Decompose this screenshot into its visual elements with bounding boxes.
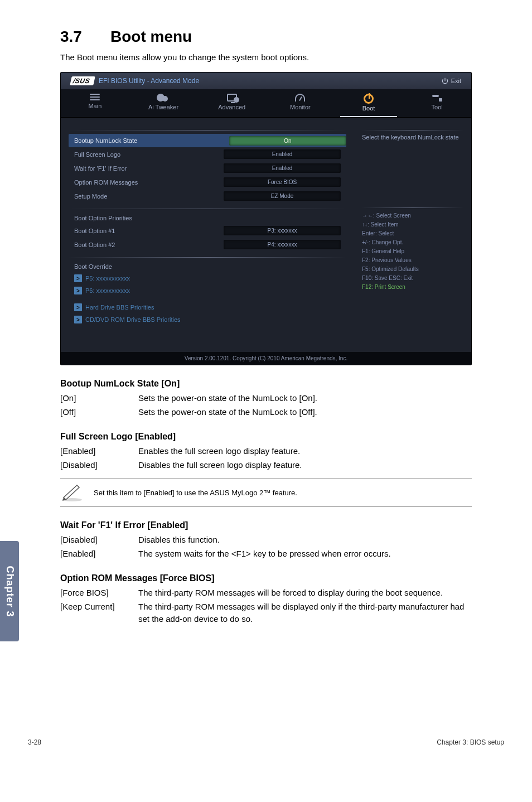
boot-priorities-header: Boot Option Priorities (69, 212, 346, 224)
bootopt1-label: Boot Option #1 (74, 228, 224, 234)
monitor-gear-icon (227, 94, 237, 102)
opt-val: Disables this function. (138, 534, 220, 547)
exit-label: Exit (451, 78, 461, 84)
clouds-icon (157, 94, 170, 102)
override-p5[interactable]: >P5: xxxxxxxxxxx (69, 272, 346, 284)
key-hint: +/-: Change Opt. (362, 238, 463, 247)
tab-boot-label: Boot (362, 105, 375, 112)
numlock-value[interactable]: On (229, 136, 346, 146)
override-cddvd[interactable]: >CD/DVD ROM Drive BBS Priorities (69, 313, 346, 326)
boot-override-header: Boot Override (69, 261, 346, 272)
optionrom-value[interactable]: Force BIOS (224, 177, 341, 187)
note-text: Set this item to [Enabled] to use the AS… (94, 489, 297, 497)
tab-main-label: Main (88, 103, 101, 109)
key-hints: →←: Select Screen ↑↓: Select Item Enter:… (362, 211, 463, 292)
pencil-icon (60, 483, 84, 502)
tab-tool[interactable]: Tool (403, 89, 471, 117)
opt-key: [Enabled] (60, 548, 138, 561)
key-hint: F2: Previous Values (362, 256, 463, 265)
page-footer: 3-28 Chapter 3: BIOS setup (0, 738, 532, 757)
tab-ai-tweaker[interactable]: Ai Tweaker (129, 89, 198, 117)
gauge-icon (295, 94, 305, 102)
override-p6-label: P6: xxxxxxxxxxx (85, 287, 130, 294)
tab-monitor[interactable]: Monitor (266, 89, 335, 117)
bios-tabs: Main Ai Tweaker Advanced Monitor Boot To… (61, 89, 471, 118)
key-hint: F5: Optimized Defaults (362, 265, 463, 274)
bios-right-panel: Select the keyboard NumLock state →←: Se… (354, 118, 471, 352)
opt-key: [Off] (60, 406, 138, 419)
opt-val: Disables the full screen logo display fe… (138, 459, 302, 472)
row-setup-mode[interactable]: Setup Mode EZ Mode (69, 189, 346, 203)
opt-val: Sets the power-on state of the NumLock t… (138, 406, 317, 419)
chapter-side-label: Chapter 3 (4, 566, 16, 617)
arrow-icon: > (74, 274, 82, 282)
key-hint: F10: Save ESC: Exit (362, 274, 463, 283)
help-text: Select the keyboard NumLock state (362, 134, 463, 141)
bios-left-panel: Bootup NumLock State On Full Screen Logo… (61, 118, 354, 352)
key-hint-print: F12: Print Screen (362, 283, 463, 292)
bootopt2-label: Boot Option #2 (74, 241, 224, 248)
override-hard-drive[interactable]: >Hard Drive BBS Priorities (69, 301, 346, 313)
tab-ai-label: Ai Tweaker (148, 104, 178, 110)
key-hint: Enter: Select (362, 229, 463, 238)
list-icon (90, 94, 100, 100)
bios-footer: Version 2.00.1201. Copyright (C) 2010 Am… (61, 352, 471, 365)
bios-window: /SUS EFI BIOS Utility - Advanced Mode Ex… (60, 72, 472, 365)
exit-icon (441, 77, 449, 85)
opt-key: [Keep Current] (60, 601, 138, 626)
optionrom-label: Option ROM Messages (74, 179, 224, 186)
waitf1-value[interactable]: Enabled (224, 163, 341, 173)
row-boot-option-2[interactable]: Boot Option #2 P4: xxxxxxx (69, 238, 346, 252)
power-icon (364, 94, 374, 104)
setupmode-value[interactable]: EZ Mode (224, 191, 341, 201)
tab-tool-label: Tool (432, 104, 443, 110)
note-box: Set this item to [Enabled] to use the AS… (60, 478, 472, 507)
exit-button[interactable]: Exit (441, 77, 461, 85)
section-optionrom-title: Option ROM Messages [Force BIOS] (60, 573, 472, 583)
opt-val: Sets the power-on state of the NumLock t… (138, 392, 317, 405)
row-boot-option-1[interactable]: Boot Option #1 P3: xxxxxxx (69, 224, 346, 238)
chapter-side-tab: Chapter 3 (0, 541, 19, 641)
override-p6[interactable]: >P6: xxxxxxxxxxx (69, 284, 346, 297)
tab-advanced-label: Advanced (218, 104, 245, 110)
override-cd-label: CD/DVD ROM Drive BBS Priorities (85, 316, 181, 323)
arrow-icon: > (74, 303, 82, 311)
setupmode-label: Setup Mode (74, 193, 224, 200)
opt-key: [On] (60, 392, 138, 405)
section-fullscreen-title: Full Screen Logo [Enabled] (60, 432, 472, 442)
row-wait-f1[interactable]: Wait for 'F1' If Error Enabled (69, 161, 346, 175)
tab-advanced[interactable]: Advanced (197, 89, 266, 117)
bios-title: EFI BIOS Utility - Advanced Mode (99, 77, 199, 85)
opt-key: [Force BIOS] (60, 587, 138, 600)
opt-key: [Enabled] (60, 445, 138, 458)
key-hint: ↑↓: Select Item (362, 220, 463, 229)
heading-number: 3.7 (60, 28, 110, 46)
override-p5-label: P5: xxxxxxxxxxx (85, 275, 130, 282)
heading-title: Boot menu (110, 28, 192, 45)
tab-boot[interactable]: Boot (335, 89, 403, 117)
footer-right: Chapter 3: BIOS setup (437, 738, 504, 746)
waitf1-label: Wait for 'F1' If Error (74, 165, 224, 172)
asus-logo: /SUS (70, 76, 95, 85)
tab-main[interactable]: Main (61, 89, 129, 117)
intro-text: The Boot menu items allow you to change … (60, 52, 472, 62)
bootopt1-value[interactable]: P3: xxxxxxx (224, 226, 341, 235)
section-numlock-title: Bootup NumLock State [On] (60, 379, 472, 389)
row-fullscreen-logo[interactable]: Full Screen Logo Enabled (69, 147, 346, 161)
opt-val: Enables the full screen logo display fea… (138, 445, 300, 458)
footer-left: 3-28 (28, 738, 41, 746)
numlock-label: Bootup NumLock State (69, 134, 229, 147)
fullscreen-value[interactable]: Enabled (224, 149, 341, 159)
section-waitf1-title: Wait For 'F1' If Error [Enabled] (60, 520, 472, 530)
tab-monitor-label: Monitor (290, 104, 311, 110)
arrow-icon: > (74, 287, 82, 294)
opt-val: The third-party ROM messages will be for… (138, 587, 472, 600)
key-hint: F1: General Help (362, 247, 463, 256)
row-numlock-state[interactable]: Bootup NumLock State On (69, 134, 346, 147)
arrow-icon: > (74, 316, 82, 323)
opt-key: [Disabled] (60, 534, 138, 547)
brand-area: /SUS EFI BIOS Utility - Advanced Mode (71, 76, 199, 85)
opt-key: [Disabled] (60, 459, 138, 472)
row-option-rom[interactable]: Option ROM Messages Force BIOS (69, 175, 346, 189)
bootopt2-value[interactable]: P4: xxxxxxx (224, 240, 341, 249)
